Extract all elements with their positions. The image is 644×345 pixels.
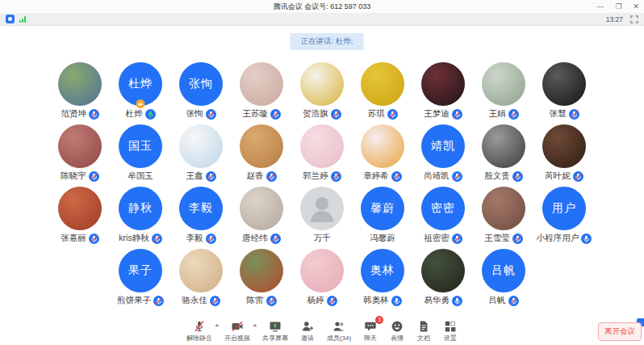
mic-status-icon: [153, 296, 164, 306]
participant-avatar: [300, 124, 344, 168]
participant-cell[interactable]: 万千: [292, 187, 353, 249]
participant-name: 范贤坤: [61, 108, 86, 120]
mic-status-icon: [452, 296, 462, 306]
toolbar-settings-button[interactable]: 设置: [443, 319, 458, 345]
mic-status-icon: [569, 109, 579, 120]
participant-cell[interactable]: 靖凯尚靖凯: [413, 124, 474, 187]
participant-cell[interactable]: 苏琪: [353, 62, 413, 124]
participant-name: 张恂: [186, 108, 203, 120]
participant-cell[interactable]: 奥林韩奥林: [353, 249, 413, 311]
participant-cell[interactable]: 杨婷: [292, 249, 353, 311]
mic-status-icon: [89, 234, 99, 244]
participant-name-row: 陈雷: [247, 295, 277, 306]
participant-avatar: 密密: [421, 187, 465, 230]
participant-avatar: 靖凯: [421, 124, 465, 168]
participant-name-row: 芮叶妮: [545, 170, 583, 182]
grid-row: 张嘉丽静秋kris静秋李毅李毅唐经纬万千馨蔚冯馨蔚密密祖密密王雪莹用户小程序用户: [0, 187, 644, 249]
participant-avatar: [300, 187, 344, 230]
participant-cell[interactable]: 果子煎饼果子: [111, 249, 171, 311]
minimize-icon[interactable]: —: [596, 0, 604, 13]
participant-name: kris静秋: [119, 233, 148, 244]
participant-avatar: [240, 249, 283, 292]
smiley-icon: [390, 319, 404, 333]
participant-cell[interactable]: 芮叶妮: [534, 124, 595, 187]
participant-name: 吕帆: [489, 295, 506, 306]
participant-cell[interactable]: 陈雷: [232, 249, 292, 311]
participant-avatar: 张恂: [179, 62, 223, 106]
participant-name-row: 尚靖凯: [424, 170, 462, 182]
leave-meeting-button[interactable]: 离开会议: [598, 322, 642, 341]
participant-cell[interactable]: 陈晓宇: [50, 124, 111, 187]
mic-status-icon: [270, 109, 281, 120]
mic-status-icon: [512, 234, 523, 244]
restore-icon[interactable]: ❐: [615, 0, 621, 13]
toolbar-label: 共享屏幕: [262, 334, 288, 343]
mic-off-icon: [192, 319, 207, 333]
participant-cell[interactable]: 郭兰婷: [292, 124, 353, 187]
participant-name-row: 贺浩旗: [303, 108, 341, 120]
participant-cell[interactable]: 王鑫: [171, 124, 232, 187]
participant-cell[interactable]: 张嘉丽: [50, 187, 111, 249]
toolbar-members-button[interactable]: 成员(34): [327, 319, 351, 345]
mic-status-icon: [266, 296, 277, 306]
participant-cell[interactable]: 易华勇: [413, 249, 474, 311]
participant-grid: 范贤坤杜烨杜烨张恂张恂王苏璇贺浩旗苏琪王梦迪王娟张慧陈晓宇国玉牟国玉王鑫赵香郭兰…: [0, 62, 644, 311]
toolbar-chat-button[interactable]: 聊天3: [363, 319, 378, 345]
caret-up-icon[interactable]: ▲: [252, 322, 258, 327]
participant-cell[interactable]: 唐经纬: [232, 187, 292, 249]
participant-cell[interactable]: 殷文贵: [474, 124, 534, 187]
participant-cell[interactable]: 密密祖密密: [413, 187, 474, 249]
participant-name-row: 冯馨蔚: [370, 233, 395, 244]
security-shield-icon[interactable]: [6, 15, 15, 23]
participant-cell[interactable]: 赵香: [232, 124, 292, 187]
participant-name: 易华勇: [424, 295, 450, 306]
participant-name-row: 赵香: [247, 170, 277, 182]
participant-cell[interactable]: 用户小程序用户: [534, 187, 595, 249]
participant-avatar: [58, 62, 102, 106]
participant-cell[interactable]: 王苏璇: [232, 62, 292, 124]
participant-cell[interactable]: 王梦迪: [413, 62, 474, 124]
toolbar-invite-button[interactable]: 邀请: [300, 319, 315, 345]
fullscreen-icon[interactable]: [630, 15, 638, 23]
toolbar-share-screen-button[interactable]: 共享屏幕: [262, 319, 288, 345]
participant-avatar: [421, 62, 465, 106]
participant-cell[interactable]: 吕帆吕帆: [474, 249, 534, 311]
toolbar-reactions-button[interactable]: 表情: [390, 319, 404, 345]
participant-avatar: 用户: [542, 187, 586, 230]
participant-cell[interactable]: 张恂张恂: [171, 62, 232, 124]
caret-up-icon[interactable]: ▲: [214, 322, 220, 327]
doc-icon: [416, 319, 431, 333]
toolbar-label: 聊天: [364, 334, 377, 343]
participant-avatar: 果子: [119, 249, 162, 292]
participant-name-row: 章婷希: [363, 170, 402, 182]
participant-cell[interactable]: 李毅李毅: [171, 187, 232, 249]
participant-cell[interactable]: 杜烨杜烨: [111, 62, 171, 124]
participant-name: 贺浩旗: [303, 108, 328, 120]
toolbar-docs-button[interactable]: 文档: [416, 319, 431, 345]
participant-cell[interactable]: 骆永佳: [171, 249, 232, 311]
participant-cell[interactable]: 静秋kris静秋: [111, 187, 171, 249]
participant-name-row: 李毅: [186, 233, 216, 244]
toolbar-unmute-button[interactable]: 解除静音▲: [186, 319, 212, 345]
mic-status-icon: [387, 109, 398, 120]
invite-icon: [300, 319, 315, 333]
participant-name-row: 王鑫: [186, 170, 216, 182]
participant-cell[interactable]: 王娟: [474, 62, 534, 124]
participant-cell[interactable]: 张慧: [534, 62, 595, 124]
close-icon[interactable]: ✕: [633, 0, 639, 13]
participant-avatar: 馨蔚: [361, 187, 404, 230]
participant-cell[interactable]: 范贤坤: [50, 62, 111, 124]
participant-cell[interactable]: 章婷希: [353, 124, 413, 187]
mic-status-icon: [206, 171, 216, 182]
toolbar-start-video-button[interactable]: 开启视频▲: [224, 319, 250, 345]
participant-name: 殷文贵: [484, 170, 510, 182]
participant-name: 杨婷: [307, 295, 324, 306]
participant-cell[interactable]: 贺浩旗: [292, 62, 353, 124]
participant-cell[interactable]: 馨蔚冯馨蔚: [353, 187, 413, 249]
mic-status-icon: [206, 109, 216, 120]
mic-status-icon: [508, 109, 519, 120]
participant-name-row: 苏琪: [368, 108, 398, 120]
participant-cell[interactable]: 王雪莹: [474, 187, 534, 249]
participant-avatar: [361, 62, 404, 106]
participant-cell[interactable]: 国玉牟国玉: [111, 124, 171, 187]
